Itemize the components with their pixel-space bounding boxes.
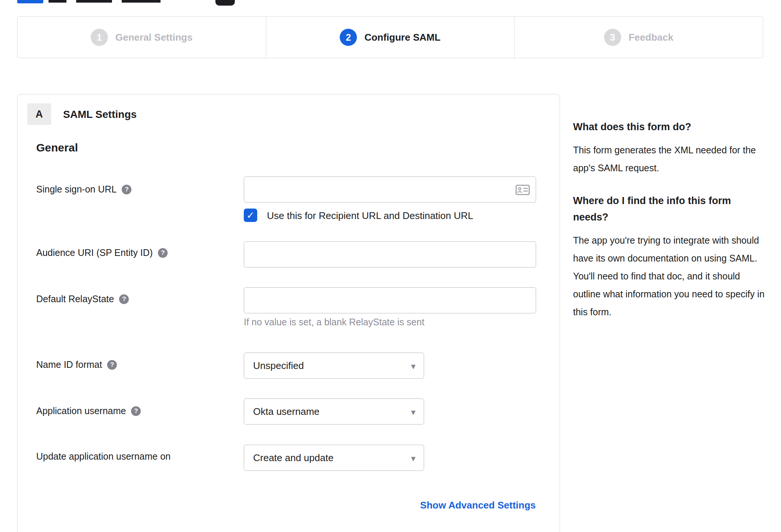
application-username-label-text: Application username [36, 406, 126, 416]
relay-state-input[interactable] [244, 287, 536, 313]
application-username-select[interactable]: Okta username ▾ [244, 398, 424, 425]
section-badge: A [27, 103, 51, 125]
saml-settings-panel: A SAML Settings General Single sign-on U… [17, 94, 560, 532]
use-for-recipient-checkbox[interactable]: ✓ [244, 209, 257, 222]
help-sidebar: What does this form do? This form genera… [573, 119, 766, 321]
step-number-badge: 3 [604, 29, 621, 46]
step-number-badge: 2 [340, 29, 357, 46]
sso-url-input[interactable] [244, 176, 536, 203]
step-label: General Settings [115, 32, 193, 43]
chevron-down-icon: ▾ [411, 454, 416, 463]
checkmark-icon: ✓ [246, 210, 255, 220]
clipped-breadcrumb-fragment [17, 0, 43, 3]
sidebar-question-title: Where do I find the info this form needs… [573, 193, 766, 225]
chevron-down-icon: ▾ [411, 362, 416, 371]
sso-url-label-text: Single sign-on URL [36, 184, 116, 195]
update-application-username-select[interactable]: Create and update ▾ [244, 445, 424, 471]
group-title-general: General [36, 141, 78, 154]
update-application-username-label-text: Update application username on [36, 451, 171, 462]
application-username-label: Application username ? [36, 406, 141, 416]
sidebar-question-body: This form generates the XML needed for t… [573, 141, 766, 177]
step-general-settings[interactable]: 1 General Settings [18, 17, 266, 58]
clipped-title-text-fragment [122, 0, 161, 3]
step-feedback[interactable]: 3 Feedback [514, 17, 763, 58]
clipped-title-text-fragment [49, 0, 66, 3]
help-icon[interactable]: ? [119, 294, 129, 304]
section-title: SAML Settings [63, 109, 137, 121]
help-icon[interactable]: ? [158, 248, 168, 258]
step-configure-saml[interactable]: 2 Configure SAML [266, 17, 514, 58]
show-advanced-settings-link[interactable]: Show Advanced Settings [420, 500, 536, 511]
sidebar-question-title: What does this form do? [573, 119, 766, 135]
clipped-title-text-fragment [76, 0, 112, 3]
update-application-username-value: Create and update [253, 452, 333, 464]
relay-state-label-text: Default RelayState [36, 294, 114, 304]
sidebar-question-body: The app you're trying to integrate with … [573, 231, 766, 321]
relay-state-label: Default RelayState ? [36, 294, 129, 304]
step-label: Configure SAML [364, 32, 441, 43]
clipped-header-icon [215, 0, 235, 6]
audience-uri-label: Audience URI (SP Entity ID) ? [36, 247, 168, 258]
use-for-recipient-checkbox-label: Use this for Recipient URL and Destinati… [267, 210, 473, 222]
name-id-format-select[interactable]: Unspecified ▾ [244, 353, 424, 379]
application-username-value: Okta username [253, 406, 320, 417]
audience-uri-label-text: Audience URI (SP Entity ID) [36, 247, 153, 258]
address-card-icon [516, 185, 530, 195]
help-icon[interactable]: ? [122, 185, 131, 194]
name-id-format-label-text: Name ID format [36, 359, 102, 370]
audience-uri-input[interactable] [244, 241, 536, 267]
relay-state-hint: If no value is set, a blank RelayState i… [244, 317, 424, 328]
step-number-badge: 1 [91, 29, 108, 46]
help-icon[interactable]: ? [107, 360, 117, 370]
step-label: Feedback [629, 32, 673, 43]
chevron-down-icon: ▾ [411, 408, 416, 417]
sso-url-label: Single sign-on URL ? [36, 184, 131, 195]
help-icon[interactable]: ? [131, 406, 141, 416]
name-id-format-value: Unspecified [253, 360, 304, 372]
configure-saml-page: 1 General Settings 2 Configure SAML 3 Fe… [0, 0, 781, 532]
update-application-username-label: Update application username on [36, 451, 171, 462]
wizard-stepper: 1 General Settings 2 Configure SAML 3 Fe… [17, 16, 763, 58]
name-id-format-label: Name ID format ? [36, 359, 117, 370]
